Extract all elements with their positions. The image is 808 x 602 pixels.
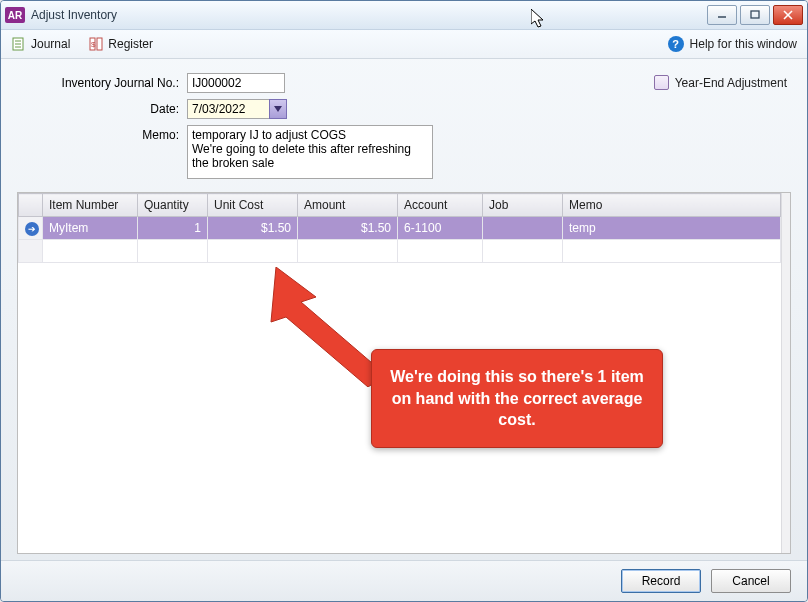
cell-memo[interactable]: temp: [563, 217, 781, 240]
svg-marker-11: [274, 106, 282, 112]
journal-no-label: Inventory Journal No.:: [17, 73, 187, 90]
date-picker-button[interactable]: [269, 99, 287, 119]
year-end-adjustment-checkbox[interactable]: Year-End Adjustment: [654, 73, 791, 90]
journal-no-input[interactable]: [187, 73, 285, 93]
date-label: Date:: [17, 99, 187, 116]
cell-job[interactable]: [483, 217, 563, 240]
memo-input[interactable]: [187, 125, 433, 179]
help-icon: ?: [668, 36, 684, 52]
form-area: Inventory Journal No.: Year-End Adjustme…: [17, 73, 791, 182]
register-label: Register: [108, 37, 153, 51]
col-header-amount[interactable]: Amount: [298, 194, 398, 217]
help-label: Help for this window: [690, 37, 797, 51]
col-header-account[interactable]: Account: [398, 194, 483, 217]
col-header-marker[interactable]: [19, 194, 43, 217]
col-header-memo[interactable]: Memo: [563, 194, 781, 217]
client-area: Inventory Journal No.: Year-End Adjustme…: [1, 59, 807, 560]
close-button[interactable]: [773, 5, 803, 25]
footer: Record Cancel: [1, 560, 807, 601]
toolbar: Journal $ Register ? Help for this windo…: [1, 30, 807, 59]
checkbox-icon: [654, 75, 669, 90]
table-row[interactable]: ➔ MyItem 1 $1.50 $1.50 6-1100 temp: [19, 217, 781, 240]
cell-account[interactable]: 6-1100: [398, 217, 483, 240]
line-items-table: Item Number Quantity Unit Cost Amount Ac…: [18, 193, 781, 263]
table-row[interactable]: [19, 240, 781, 263]
chevron-down-icon: [273, 104, 283, 114]
svg-rect-1: [751, 11, 759, 18]
record-button[interactable]: Record: [621, 569, 701, 593]
minimize-button[interactable]: [707, 5, 737, 25]
cell-item[interactable]: MyItem: [43, 217, 138, 240]
cell-amount[interactable]: $1.50: [298, 217, 398, 240]
cell-unit-cost[interactable]: $1.50: [208, 217, 298, 240]
window-buttons: [707, 5, 803, 25]
window-title: Adjust Inventory: [31, 8, 117, 22]
journal-icon: [11, 36, 27, 52]
col-header-unit[interactable]: Unit Cost: [208, 194, 298, 217]
register-icon: $: [88, 36, 104, 52]
journal-button[interactable]: Journal: [11, 36, 70, 52]
adjust-inventory-window: AR Adjust Inventory Journal $: [0, 0, 808, 602]
cell-qty[interactable]: 1: [138, 217, 208, 240]
col-header-qty[interactable]: Quantity: [138, 194, 208, 217]
help-link[interactable]: ? Help for this window: [668, 36, 797, 52]
app-icon: AR: [5, 7, 25, 23]
vertical-scrollbar[interactable]: [781, 193, 790, 553]
annotation-callout: We're doing this so there's 1 item on ha…: [371, 349, 663, 448]
year-end-label: Year-End Adjustment: [675, 76, 787, 90]
current-row-icon: ➔: [25, 222, 39, 236]
row-indicator: ➔: [19, 217, 43, 240]
svg-rect-9: [97, 38, 102, 50]
date-input[interactable]: [187, 99, 270, 119]
titlebar: AR Adjust Inventory: [1, 1, 807, 30]
journal-label: Journal: [31, 37, 70, 51]
register-button[interactable]: $ Register: [88, 36, 153, 52]
svg-text:$: $: [91, 40, 96, 49]
memo-label: Memo:: [17, 125, 187, 142]
col-header-job[interactable]: Job: [483, 194, 563, 217]
maximize-button[interactable]: [740, 5, 770, 25]
cancel-button[interactable]: Cancel: [711, 569, 791, 593]
col-header-item[interactable]: Item Number: [43, 194, 138, 217]
